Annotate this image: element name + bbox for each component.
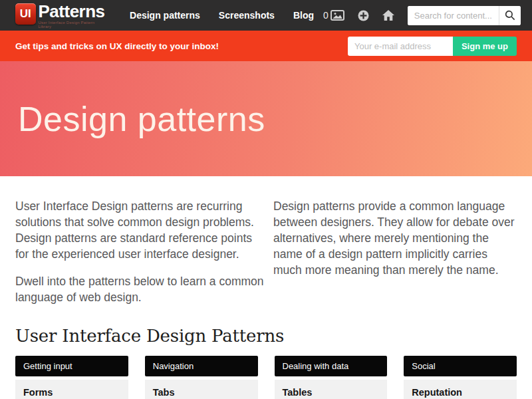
add-content-button[interactable] — [358, 10, 369, 21]
image-icon — [331, 10, 344, 21]
nav-item-blog[interactable]: Blog — [284, 1, 323, 29]
intro-paragraph: Design patterns provide a common languag… — [273, 198, 517, 278]
category-header[interactable]: Social — [404, 356, 517, 376]
logo-name: Patterns — [39, 3, 106, 20]
home-button[interactable] — [382, 10, 394, 21]
patterns-section-heading: User Interface Design Patterns — [15, 326, 517, 346]
newsletter-banner: Get tips and tricks on UX directly to yo… — [0, 31, 532, 61]
intro-text: User Interface Design patterns are recur… — [15, 198, 517, 317]
pattern-group-title[interactable]: Forms — [23, 387, 120, 398]
pattern-category-cards: Getting input Forms WYSIWYG Password Str… — [15, 356, 517, 399]
top-navbar: UI Patterns User Interface Design Patter… — [0, 0, 532, 31]
category-card-navigation: Navigation Tabs Navigation Tabs Module T… — [145, 356, 258, 399]
category-header[interactable]: Navigation — [145, 356, 258, 376]
hero-section: Design patterns — [0, 61, 532, 176]
logo-ui-mark: UI — [15, 3, 36, 25]
search-button[interactable] — [499, 6, 521, 25]
home-icon — [382, 10, 394, 21]
main-content: User Interface Design patterns are recur… — [0, 176, 532, 399]
nav-item-design-patterns[interactable]: Design patterns — [120, 1, 209, 29]
search-icon — [505, 10, 515, 21]
category-card-getting-input: Getting input Forms WYSIWYG Password Str… — [15, 356, 128, 399]
site-logo[interactable]: UI Patterns User Interface Design Patter… — [15, 3, 106, 29]
intro-paragraph: User Interface Design patterns are recur… — [15, 198, 264, 262]
pattern-group-title[interactable]: Tabs — [153, 387, 250, 398]
main-nav: Design patterns Screenshots Blog — [120, 1, 323, 29]
category-card-dealing-with-data: Dealing with data Tables Alternating Row… — [275, 356, 388, 399]
signup-button[interactable]: Sign me up — [453, 37, 517, 56]
nav-item-screenshots[interactable]: Screenshots — [209, 1, 284, 29]
screenshot-count: 0 — [323, 10, 329, 21]
search-box — [408, 6, 521, 25]
plus-circle-icon — [358, 10, 369, 21]
intro-paragraph: Dwell into the patterns below to learn a… — [15, 273, 264, 305]
screenshot-counter[interactable]: 0 — [323, 10, 344, 21]
category-header[interactable]: Getting input — [15, 356, 128, 376]
email-field[interactable] — [348, 37, 453, 56]
pattern-group-title[interactable]: Tables — [283, 387, 380, 398]
newsletter-message: Get tips and tricks on UX directly to yo… — [15, 41, 219, 51]
category-header[interactable]: Dealing with data — [275, 356, 388, 376]
newsletter-form: Sign me up — [348, 37, 517, 56]
page-title: Design patterns — [18, 99, 265, 139]
page: UI Patterns User Interface Design Patter… — [0, 0, 532, 399]
category-card-social: Social Reputation Collectible Achievemen… — [404, 356, 517, 399]
pattern-group-title[interactable]: Reputation — [412, 387, 509, 398]
logo-tagline: User Interface Design Pattern Library — [39, 21, 106, 29]
search-input[interactable] — [408, 6, 499, 25]
